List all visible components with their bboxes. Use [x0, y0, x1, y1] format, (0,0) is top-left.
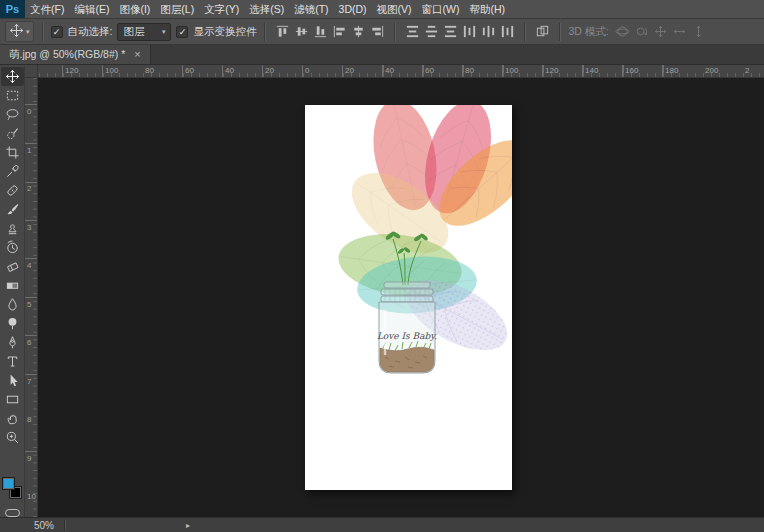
ruler-label: 40: [225, 66, 234, 75]
blur-icon[interactable]: [1, 295, 24, 314]
eraser-icon[interactable]: [1, 257, 24, 276]
ruler-label: 20: [265, 66, 274, 75]
hand-icon[interactable]: [1, 409, 24, 428]
ruler-label: 2: [27, 184, 31, 193]
eyedropper-icon[interactable]: [1, 162, 24, 181]
ruler-label: 10: [27, 492, 36, 501]
ruler-label: 2: [745, 66, 749, 75]
quick-selection-icon[interactable]: [1, 124, 24, 143]
align-left-edges-icon[interactable]: [330, 22, 348, 41]
distribute-left-edges-icon[interactable]: [460, 22, 478, 41]
status-bar: 50% ▸: [0, 517, 764, 532]
distribute-bottom-edges-icon[interactable]: [441, 22, 459, 41]
auto-align-group: [533, 22, 551, 41]
auto-align-layers-icon[interactable]: [533, 22, 551, 41]
align-horizontal-centers-icon[interactable]: [349, 22, 367, 41]
canvas-area[interactable]: Love Is Baby.: [38, 78, 764, 517]
move-tool-icon[interactable]: [1, 67, 24, 86]
menu-item[interactable]: 3D(D): [334, 0, 372, 19]
menu-item[interactable]: 文件(F): [25, 0, 69, 19]
clone-stamp-icon[interactable]: [1, 219, 24, 238]
align-bottom-edges-icon[interactable]: [311, 22, 329, 41]
ruler-label: 140: [585, 66, 598, 75]
quick-mask-button[interactable]: [5, 509, 20, 517]
rectangle-icon[interactable]: [1, 390, 24, 409]
menu-item[interactable]: 图层(L): [155, 0, 199, 19]
ruler-label: 6: [27, 338, 31, 347]
document-canvas[interactable]: Love Is Baby.: [305, 105, 512, 490]
vertical-ruler[interactable]: 1012345678910: [25, 78, 38, 517]
ruler-label: 3: [27, 223, 31, 232]
canvas-artwork[interactable]: Love Is Baby.: [305, 105, 512, 490]
ruler-label: 160: [625, 66, 638, 75]
align-vertical-centers-icon[interactable]: [292, 22, 310, 41]
ruler-label: 100: [105, 66, 118, 75]
distribute-top-edges-icon[interactable]: [403, 22, 421, 41]
zoom-level-field[interactable]: 50%: [34, 520, 54, 531]
brush-icon[interactable]: [1, 200, 24, 219]
zoom-icon[interactable]: [1, 428, 24, 447]
menu-item[interactable]: 帮助(H): [465, 0, 511, 19]
align-right-edges-icon[interactable]: [368, 22, 386, 41]
pen-icon[interactable]: [1, 333, 24, 352]
ruler-label: 0: [305, 66, 309, 75]
tool-preset-picker[interactable]: ▾: [5, 21, 34, 42]
distribute-icons: [403, 22, 516, 41]
close-icon[interactable]: ×: [134, 49, 140, 60]
spot-healing-brush-icon[interactable]: [1, 181, 24, 200]
ruler-label: 80: [465, 66, 474, 75]
distribute-vertical-centers-icon[interactable]: [422, 22, 440, 41]
menu-item[interactable]: 窗口(W): [417, 0, 465, 19]
menu-item[interactable]: 视图(V): [372, 0, 417, 19]
ruler-label: 180: [665, 66, 678, 75]
jar-soil: [380, 347, 434, 372]
distribute-right-edges-icon[interactable]: [498, 22, 516, 41]
horizontal-ruler[interactable]: 1201008060402002040608010012014016018020…: [38, 65, 764, 78]
ruler-origin-corner[interactable]: [25, 65, 38, 78]
jar-label-text: Love Is Baby.: [377, 331, 437, 341]
status-menu-arrow-icon[interactable]: ▸: [186, 521, 190, 530]
align-top-edges-icon[interactable]: [273, 22, 291, 41]
menu-item[interactable]: 图像(I): [114, 0, 155, 19]
photoshop-logo: Ps: [0, 0, 25, 18]
chevron-down-icon: ▾: [162, 28, 166, 36]
menu-item[interactable]: 选择(S): [244, 0, 289, 19]
history-brush-icon[interactable]: [1, 238, 24, 257]
ruler-label: 9: [27, 454, 31, 463]
foreground-swatch[interactable]: [2, 477, 15, 490]
scale-3d-icon: [690, 22, 708, 41]
mode-3d-icons: [614, 22, 708, 41]
menu-item[interactable]: 编辑(E): [69, 0, 114, 19]
lasso-icon[interactable]: [1, 105, 24, 124]
ruler-label: 120: [545, 66, 558, 75]
auto-select-target-dropdown[interactable]: 图层 ▾: [117, 23, 171, 41]
type-icon[interactable]: [1, 352, 24, 371]
rectangular-marquee-icon[interactable]: [1, 86, 24, 105]
menu-item[interactable]: 文字(Y): [199, 0, 244, 19]
slide-3d-icon: [671, 22, 689, 41]
path-selection-icon[interactable]: [1, 371, 24, 390]
dropdown-value: 图层: [123, 25, 144, 39]
crop-icon[interactable]: [1, 143, 24, 162]
ruler-label: 120: [65, 66, 78, 75]
menu-item[interactable]: 滤镜(T): [289, 0, 333, 19]
dodge-icon[interactable]: [1, 314, 24, 333]
ruler-label: 8: [27, 415, 31, 424]
ruler-label: 20: [345, 66, 354, 75]
ruler-label: 60: [425, 66, 434, 75]
options-bar: ▾ ✓ 自动选择: 图层 ▾ ✓ 显示变换控件 3D 模式:: [0, 19, 764, 45]
auto-select-checkbox[interactable]: ✓: [51, 26, 63, 38]
pan-3d-icon: [652, 22, 670, 41]
ruler-label: 80: [145, 66, 154, 75]
ruler-label: 0: [27, 107, 31, 116]
gradient-icon[interactable]: [1, 276, 24, 295]
orbit-3d-icon: [614, 22, 632, 41]
distribute-horizontal-centers-icon[interactable]: [479, 22, 497, 41]
align-icons: [273, 22, 386, 41]
tab-title: 萌.jpg @ 50%(RGB/8#) *: [9, 48, 125, 62]
show-transform-checkbox[interactable]: ✓: [176, 26, 188, 38]
ruler-label: 5: [27, 300, 31, 309]
ruler-label: 1: [27, 146, 31, 155]
ruler-label: 100: [505, 66, 518, 75]
document-tab[interactable]: 萌.jpg @ 50%(RGB/8#) * ×: [0, 45, 151, 64]
